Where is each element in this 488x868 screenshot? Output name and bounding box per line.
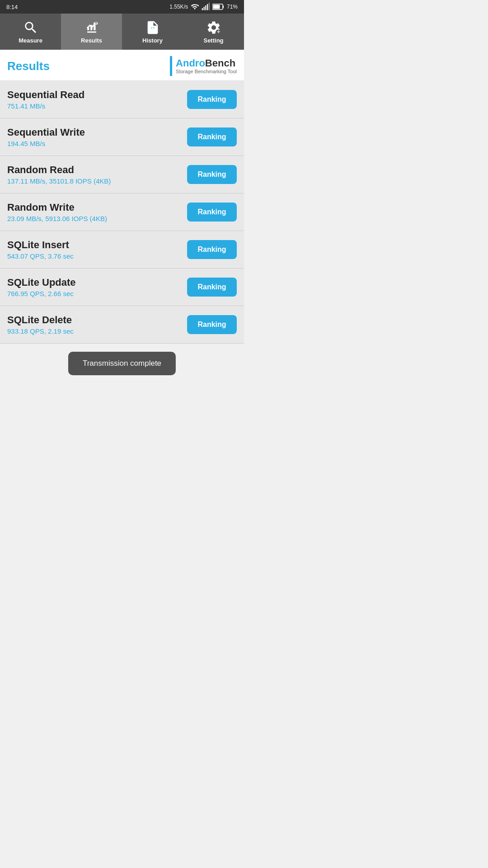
- svg-rect-3: [207, 4, 208, 10]
- result-value: 751.41 MB/s: [7, 102, 84, 110]
- svg-rect-1: [203, 7, 204, 10]
- search-icon: [23, 20, 38, 35]
- result-info: Random Read 137.11 MB/s, 35101.8 IOPS (4…: [7, 164, 111, 185]
- signal-icon: [202, 3, 210, 11]
- tab-measure-label: Measure: [19, 37, 42, 44]
- brand-part2: Bench: [205, 57, 235, 69]
- result-info: SQLite Insert 543.07 QPS, 3.76 sec: [7, 239, 74, 260]
- result-info: Sequential Read 751.41 MB/s: [7, 89, 84, 110]
- battery-percent: 71%: [227, 4, 238, 10]
- result-name: SQLite Update: [7, 277, 76, 288]
- result-item: SQLite Delete 933.18 QPS, 2.19 sec Ranki…: [0, 306, 244, 344]
- svg-rect-4: [209, 3, 210, 10]
- result-item: Sequential Write 194.45 MB/s Ranking: [0, 118, 244, 156]
- result-value: 766.95 QPS, 2.66 sec: [7, 290, 76, 297]
- result-value: 194.45 MB/s: [7, 140, 85, 147]
- ranking-button[interactable]: Ranking: [187, 240, 237, 259]
- result-name: Random Write: [7, 202, 107, 213]
- result-item: SQLite Insert 543.07 QPS, 3.76 sec Ranki…: [0, 231, 244, 269]
- page-title: Results: [7, 59, 50, 73]
- toast-message: Transmission complete: [68, 352, 176, 375]
- brand-logo: AndroBench Storage Benchmarking Tool: [170, 56, 237, 76]
- result-item: Random Read 137.11 MB/s, 35101.8 IOPS (4…: [0, 156, 244, 193]
- result-value: 23.09 MB/s, 5913.06 IOPS (4KB): [7, 215, 107, 222]
- svg-rect-9: [150, 30, 154, 31]
- result-name: Sequential Read: [7, 89, 84, 101]
- ranking-button[interactable]: Ranking: [187, 90, 237, 109]
- result-name: Sequential Write: [7, 127, 85, 138]
- brand-subtitle: Storage Benchmarking Tool: [176, 69, 237, 74]
- result-info: SQLite Delete 933.18 QPS, 2.19 sec: [7, 314, 74, 335]
- ranking-button[interactable]: Ranking: [187, 278, 237, 297]
- svg-rect-6: [223, 5, 224, 8]
- result-name: SQLite Insert: [7, 239, 74, 251]
- gear-icon: [206, 20, 221, 35]
- tab-history-label: History: [142, 37, 163, 44]
- history-doc-icon: [145, 20, 160, 35]
- tab-setting[interactable]: Setting: [183, 14, 244, 50]
- tab-measure[interactable]: Measure: [0, 14, 61, 50]
- result-name: SQLite Delete: [7, 314, 74, 326]
- page-header: Results AndroBench Storage Benchmarking …: [0, 50, 244, 81]
- ranking-button[interactable]: Ranking: [187, 315, 237, 334]
- result-value: 137.11 MB/s, 35101.8 IOPS (4KB): [7, 177, 111, 185]
- brand-part1: Andro: [176, 57, 205, 69]
- ranking-button[interactable]: Ranking: [187, 165, 237, 184]
- result-name: Random Read: [7, 164, 111, 176]
- result-value: 933.18 QPS, 2.19 sec: [7, 327, 74, 335]
- tab-setting-label: Setting: [203, 37, 223, 44]
- result-value: 543.07 QPS, 3.76 sec: [7, 252, 74, 260]
- result-info: Random Write 23.09 MB/s, 5913.06 IOPS (4…: [7, 202, 107, 222]
- brand-name-main: AndroBench: [176, 58, 235, 69]
- tab-results[interactable]: Results: [61, 14, 122, 50]
- result-item: SQLite Update 766.95 QPS, 2.66 sec Ranki…: [0, 269, 244, 306]
- status-right: 1.55K/s 71%: [169, 3, 238, 11]
- result-info: SQLite Update 766.95 QPS, 2.66 sec: [7, 277, 76, 297]
- wifi-icon: [191, 3, 199, 11]
- svg-rect-8: [150, 28, 155, 29]
- results-list: Sequential Read 751.41 MB/s Ranking Sequ…: [0, 81, 244, 344]
- svg-rect-0: [202, 8, 203, 10]
- ranking-button[interactable]: Ranking: [187, 203, 237, 222]
- result-item: Sequential Read 751.41 MB/s Ranking: [0, 81, 244, 118]
- status-time: 8:14: [6, 4, 18, 10]
- svg-rect-2: [205, 5, 206, 10]
- ranking-button[interactable]: Ranking: [187, 127, 237, 146]
- battery-icon: [212, 4, 224, 10]
- status-bar: 8:14 1.55K/s 71%: [0, 0, 244, 14]
- brand-name: AndroBench Storage Benchmarking Tool: [176, 58, 237, 74]
- chart-icon: [84, 20, 99, 35]
- svg-rect-7: [213, 5, 220, 9]
- result-info: Sequential Write 194.45 MB/s: [7, 127, 85, 147]
- network-speed: 1.55K/s: [169, 4, 188, 10]
- tab-results-label: Results: [81, 37, 102, 44]
- result-item: Random Write 23.09 MB/s, 5913.06 IOPS (4…: [0, 193, 244, 231]
- nav-tabs: Measure Results History Setting: [0, 14, 244, 50]
- brand-logo-bar: [170, 56, 172, 76]
- tab-history[interactable]: History: [122, 14, 183, 50]
